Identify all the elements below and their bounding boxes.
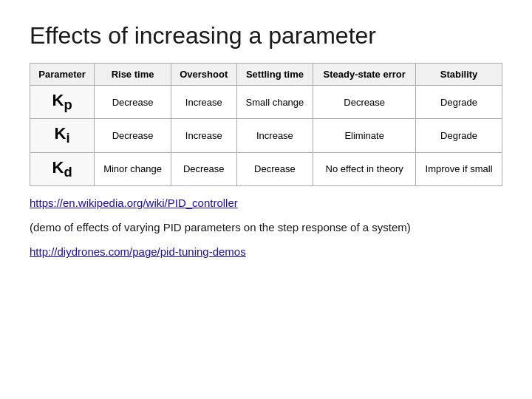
sub-d: d xyxy=(64,164,72,180)
pid-table: Parameter Rise time Overshoot Settling t… xyxy=(30,63,502,186)
col-header-steady-state: Steady-state error xyxy=(313,64,416,86)
param-kp: Kp xyxy=(30,86,95,119)
kp-rise-time: Decrease xyxy=(95,86,171,119)
col-header-parameter: Parameter xyxy=(30,64,95,86)
kp-stability: Degrade xyxy=(416,86,502,119)
kd-steady-state: No effect in theory xyxy=(313,152,416,185)
page-title: Effects of increasing a parameter xyxy=(30,22,502,50)
sub-p: p xyxy=(64,97,72,112)
kp-steady-state: Decrease xyxy=(313,86,416,119)
kp-overshoot: Increase xyxy=(171,86,236,119)
wikipedia-link[interactable]: https://en.wikipedia.org/wiki/PID_contro… xyxy=(30,197,502,209)
col-header-overshoot: Overshoot xyxy=(171,64,236,86)
param-kd: Kd xyxy=(30,152,95,185)
sub-i: i xyxy=(66,131,70,146)
kd-settling-time: Decrease xyxy=(236,152,313,185)
kd-stability: Improve if small xyxy=(416,152,502,185)
col-header-stability: Stability xyxy=(416,64,502,86)
description-text: (demo of effects of varying PID paramete… xyxy=(30,219,502,235)
ki-overshoot: Increase xyxy=(171,119,236,152)
ki-rise-time: Decrease xyxy=(95,119,171,152)
table-row-kd: Kd Minor change Decrease Decrease No eff… xyxy=(30,152,502,185)
param-ki: Ki xyxy=(30,119,95,152)
ki-settling-time: Increase xyxy=(236,119,313,152)
ki-stability: Degrade xyxy=(416,119,502,152)
col-header-settling-time: Settling time xyxy=(236,64,313,86)
diydrones-link[interactable]: http://diydrones.com/page/pid-tuning-dem… xyxy=(30,245,502,258)
kd-overshoot: Decrease xyxy=(171,152,236,185)
table-row-ki: Ki Decrease Increase Increase Eliminate … xyxy=(30,119,502,152)
ki-steady-state: Eliminate xyxy=(313,119,416,152)
col-header-rise-time: Rise time xyxy=(95,64,171,86)
kp-settling-time: Small change xyxy=(236,86,313,119)
kd-rise-time: Minor change xyxy=(95,152,171,185)
table-row-kp: Kp Decrease Increase Small change Decrea… xyxy=(30,86,502,119)
